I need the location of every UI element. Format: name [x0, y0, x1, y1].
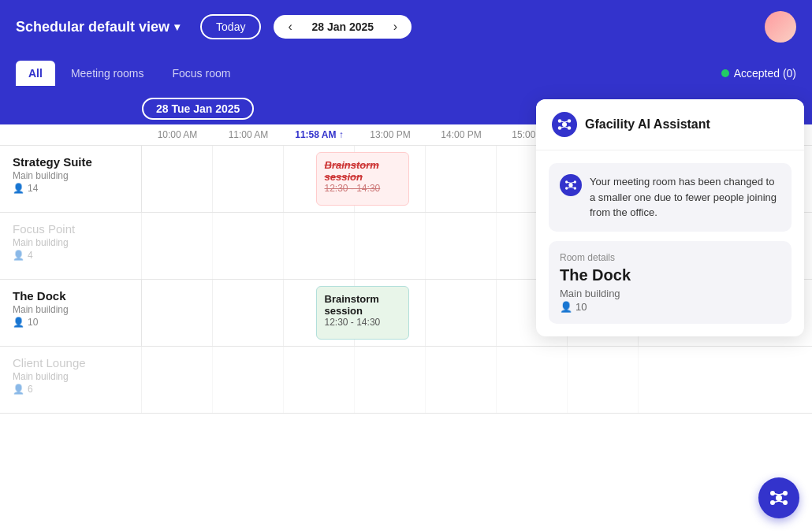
header-right — [765, 11, 796, 43]
grid-cell — [213, 280, 284, 346]
event-brainstorm-cancelled[interactable]: Brainstorm session 12:30 - 14:30 — [316, 152, 409, 206]
room-details-name: The Dock — [560, 266, 780, 284]
grid-cell — [426, 280, 497, 346]
event-time-cancelled: 12:30 - 14:30 — [325, 183, 400, 194]
accepted-label: Accepted (0) — [734, 67, 796, 80]
room-name-client-lounge: Client Lounge — [13, 356, 129, 369]
tab-focus-room[interactable]: Focus room — [159, 61, 243, 86]
ai-panel-header: Gfacility AI Assistant — [536, 99, 804, 150]
time-col-1400: 14:00 PM — [426, 124, 497, 145]
room-name-the-dock: The Dock — [13, 289, 129, 303]
person-icon-client: 👤 — [13, 384, 24, 395]
person-icon-focus: 👤 — [13, 250, 24, 261]
room-building-the-dock: Main building — [13, 304, 129, 315]
next-date-button[interactable]: › — [392, 20, 399, 34]
date-navigator: ‹ 28 Jan 2025 › — [274, 15, 412, 39]
ai-message-bubble: Your meeting room has been changed to a … — [549, 163, 792, 232]
ai-avatar-icon — [560, 174, 582, 196]
svg-point-9 — [568, 183, 572, 187]
grid-cell — [497, 347, 568, 413]
grid-cell — [426, 347, 497, 413]
room-building-client-lounge: Main building — [13, 371, 129, 382]
room-building-strategy-suite: Main building — [13, 170, 129, 181]
room-info-focus-point: Focus Point Main building 👤 4 — [0, 213, 142, 279]
grid-cell — [213, 146, 284, 212]
ai-panel: Gfacility AI Assistant — [536, 99, 804, 336]
scheduler-title[interactable]: Schedular default view ▾ — [16, 19, 180, 35]
grid-cell — [213, 347, 284, 413]
room-details-building: Main building — [560, 288, 780, 299]
room-details-capacity: 👤 10 — [560, 301, 780, 313]
svg-point-18 — [776, 495, 782, 501]
grid-cell — [355, 213, 426, 279]
current-date-label: 28 Jan 2025 — [304, 20, 382, 33]
grid-cell — [284, 213, 355, 279]
grid-cell — [284, 347, 355, 413]
room-info-the-dock: The Dock Main building 👤 10 — [0, 280, 142, 346]
main-area: 28 Tue Jan 2025 10:00 AM 11:00 AM 11:58 … — [0, 93, 812, 531]
room-info-strategy-suite: Strategy Suite Main building 👤 14 — [0, 146, 142, 212]
grid-cell — [142, 280, 213, 346]
event-brainstorm-active[interactable]: Brainstorm session 12:30 - 14:30 — [316, 286, 409, 340]
scheduler-title-text: Schedular default view — [16, 19, 169, 35]
ai-message-text: Your meeting room has been changed to a … — [590, 174, 780, 221]
time-col-current: 11:58 AM ↑ — [284, 124, 355, 145]
room-details-label: Room details — [560, 252, 780, 263]
room-details-card: Room details The Dock Main building 👤 10 — [549, 241, 792, 324]
room-name-strategy-suite: Strategy Suite — [13, 155, 129, 169]
room-details-capacity-value: 10 — [575, 301, 587, 313]
ai-panel-body: Your meeting room has been changed to a … — [536, 150, 804, 336]
tabs-bar: All Meeting rooms Focus room Accepted (0… — [0, 54, 812, 93]
header: Schedular default view ▾ Today ‹ 28 Jan … — [0, 0, 812, 54]
ai-panel-title: Gfacility AI Assistant — [585, 117, 710, 132]
time-col-1100: 11:00 AM — [213, 124, 284, 145]
ai-fab-button[interactable] — [758, 477, 799, 518]
svg-point-0 — [562, 122, 567, 127]
room-building-focus-point: Main building — [13, 237, 129, 248]
grid-cell — [426, 146, 497, 212]
grid-cell — [142, 146, 213, 212]
event-title-active: Brainstorm session — [325, 293, 400, 317]
grid-cell — [568, 347, 639, 413]
room-name-focus-point: Focus Point — [13, 222, 129, 236]
person-icon-dock: 👤 — [13, 317, 24, 328]
tab-all[interactable]: All — [16, 61, 55, 86]
grid-cell — [213, 213, 284, 279]
grid-cell — [355, 347, 426, 413]
person-icon-details: 👤 — [560, 301, 572, 313]
grid-cell — [142, 347, 213, 413]
time-col-1300: 13:00 PM — [355, 124, 426, 145]
ai-logo-icon — [552, 112, 577, 137]
room-grid-client-lounge — [142, 347, 812, 413]
user-avatar-button[interactable] — [765, 11, 796, 43]
room-row-client-lounge: Client Lounge Main building 👤 6 — [0, 347, 812, 414]
today-button[interactable]: Today — [200, 14, 261, 39]
time-col-1000: 10:00 AM — [142, 124, 213, 145]
accepted-dot — [721, 69, 729, 77]
room-capacity-focus-point: 👤 4 — [13, 250, 129, 261]
room-capacity-strategy-suite: 👤 14 — [13, 183, 129, 194]
event-title-cancelled: Brainstorm session — [325, 159, 400, 183]
room-capacity-the-dock: 👤 10 — [13, 317, 129, 328]
person-icon-strategy: 👤 — [13, 183, 24, 194]
room-capacity-client-lounge: 👤 6 — [13, 384, 129, 395]
grid-cell — [142, 213, 213, 279]
grid-cell — [426, 213, 497, 279]
date-pill: 28 Tue Jan 2025 — [142, 98, 254, 120]
accepted-badge: Accepted (0) — [721, 67, 796, 80]
tab-meeting-rooms[interactable]: Meeting rooms — [58, 61, 157, 86]
room-info-client-lounge: Client Lounge Main building 👤 6 — [0, 347, 142, 413]
prev-date-button[interactable]: ‹ — [286, 20, 293, 34]
event-time-active: 12:30 - 14:30 — [325, 317, 400, 328]
chevron-down-icon: ▾ — [174, 20, 180, 33]
